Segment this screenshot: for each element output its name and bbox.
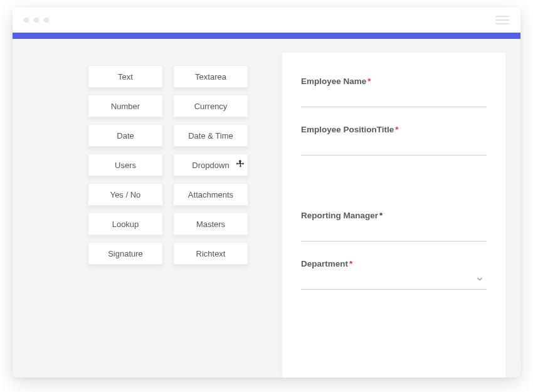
main-content: Text Textarea Number Currency Date Date …	[13, 39, 520, 378]
field-label: Department*	[301, 259, 487, 268]
field-tile-textarea[interactable]: Textarea	[173, 65, 248, 88]
field-tile-label: Yes / No	[110, 190, 141, 199]
window-dot[interactable]	[24, 18, 29, 23]
field-tile-yesno[interactable]: Yes / No	[88, 183, 163, 206]
titlebar	[13, 8, 520, 33]
field-tile-label: Dropdown	[192, 161, 229, 170]
field-tile-label: Textarea	[195, 72, 226, 82]
field-label: Employee PositionTitle*	[301, 125, 487, 134]
required-mark: *	[367, 77, 371, 86]
employee-position-input[interactable]	[301, 138, 487, 156]
field-label-text: Employee Name	[301, 77, 366, 86]
form-field-reporting-manager: Reporting Manager*	[301, 211, 487, 241]
required-mark: *	[379, 211, 383, 220]
window-controls	[24, 18, 49, 23]
field-label-text: Department	[301, 259, 348, 268]
field-tile-currency[interactable]: Currency	[173, 95, 248, 117]
field-tile-dropdown[interactable]: Dropdown	[173, 154, 248, 176]
field-tile-label: Text	[118, 72, 133, 82]
required-mark: *	[349, 259, 352, 268]
menu-icon[interactable]	[495, 16, 509, 24]
app-window: Text Textarea Number Currency Date Date …	[13, 8, 520, 378]
chevron-down-icon	[475, 274, 484, 285]
reporting-manager-input[interactable]	[301, 224, 487, 241]
field-tile-datetime[interactable]: Date & Time	[173, 124, 248, 147]
field-tile-label: Date	[117, 131, 134, 140]
form-field-employee-position: Employee PositionTitle*	[301, 125, 487, 156]
field-tile-label: Signature	[108, 249, 143, 258]
employee-name-input[interactable]	[301, 90, 487, 107]
field-tile-number[interactable]: Number	[88, 95, 163, 117]
field-tile-label: Date & Time	[188, 131, 233, 140]
field-tile-label: Number	[111, 102, 140, 111]
field-tile-label: Users	[115, 161, 136, 170]
field-label-text: Reporting Manager	[301, 211, 378, 220]
field-tile-label: Masters	[196, 220, 225, 229]
field-tile-label: Attachments	[188, 190, 233, 199]
window-dot[interactable]	[44, 18, 49, 23]
form-field-department: Department*	[301, 259, 487, 290]
accent-bar	[13, 33, 520, 39]
field-tile-signature[interactable]: Signature	[88, 242, 163, 265]
field-tile-date[interactable]: Date	[88, 124, 163, 147]
field-tile-label: Richtext	[196, 249, 226, 258]
field-label-text: Employee PositionTitle	[301, 125, 394, 134]
move-icon	[236, 159, 245, 171]
field-label: Employee Name*	[301, 77, 487, 86]
department-select[interactable]	[301, 272, 487, 290]
field-tile-label: Lookup	[112, 220, 139, 229]
form-field-employee-name: Employee Name*	[301, 77, 487, 107]
field-palette: Text Textarea Number Currency Date Date …	[13, 39, 282, 378]
required-mark: *	[395, 125, 398, 134]
field-label: Reporting Manager*	[301, 211, 487, 220]
field-tile-label: Currency	[194, 102, 228, 111]
field-tile-lookup[interactable]: Lookup	[88, 213, 163, 235]
field-tile-attachments[interactable]: Attachments	[173, 183, 248, 206]
window-dot[interactable]	[34, 18, 39, 23]
field-tile-text[interactable]: Text	[88, 65, 163, 88]
form-canvas[interactable]: Employee Name* Employee PositionTitle* R…	[282, 53, 505, 378]
field-tile-masters[interactable]: Masters	[173, 213, 248, 235]
field-tile-richtext[interactable]: Richtext	[173, 242, 248, 265]
field-tile-users[interactable]: Users	[88, 154, 163, 176]
